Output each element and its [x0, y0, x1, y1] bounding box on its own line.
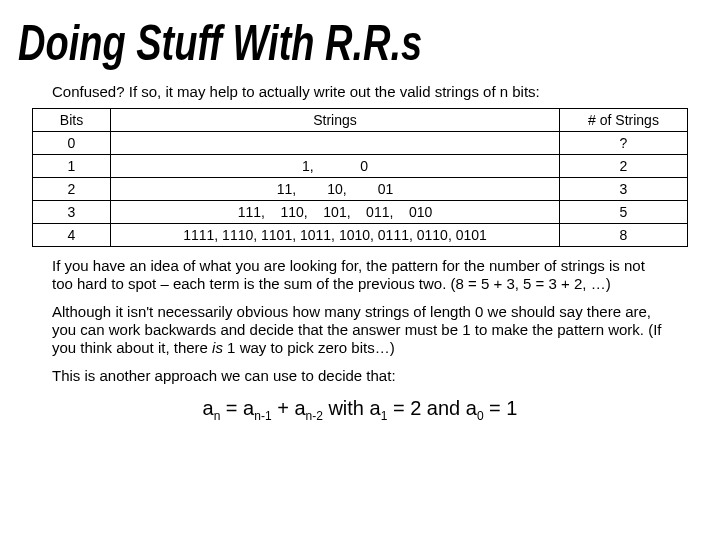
recurrence-formula: an = an-1 + an-2 with a1 = 2 and a0 = 1	[0, 385, 720, 423]
var-a: a	[243, 397, 254, 419]
strings-table: Bits Strings # of Strings 0 ? 1 1, 0 2 2…	[32, 108, 688, 247]
header-bits: Bits	[33, 109, 111, 132]
cell-bits: 1	[33, 155, 111, 178]
table-row: 4 1111, 1110, 1101, 1011, 1010, 0111, 01…	[33, 224, 688, 247]
table-header-row: Bits Strings # of Strings	[33, 109, 688, 132]
cell-count: 8	[560, 224, 688, 247]
cell-count: 3	[560, 178, 688, 201]
para2-italic: is	[212, 339, 223, 356]
table-row: 1 1, 0 2	[33, 155, 688, 178]
eq2: = 2 and	[387, 397, 465, 419]
header-count: # of Strings	[560, 109, 688, 132]
paragraph-2: Although it isn't necessarily obvious ho…	[0, 293, 720, 357]
paragraph-3: This is another approach we can use to d…	[0, 357, 720, 385]
cell-strings	[111, 132, 560, 155]
cell-bits: 4	[33, 224, 111, 247]
para2-text-c: 1 way to pick zero bits…)	[223, 339, 395, 356]
cell-strings: 1, 0	[111, 155, 560, 178]
var-a: a	[370, 397, 381, 419]
var-a: a	[466, 397, 477, 419]
page-title: Doing Stuff With R.R.s	[0, 0, 720, 72]
cell-count: 2	[560, 155, 688, 178]
cell-bits: 3	[33, 201, 111, 224]
with-text: with	[323, 397, 370, 419]
table-row: 0 ?	[33, 132, 688, 155]
eq1: = 1	[484, 397, 518, 419]
sub-0: 0	[477, 409, 484, 423]
table-row: 3 111, 110, 101, 011, 010 5	[33, 201, 688, 224]
cell-strings: 11, 10, 01	[111, 178, 560, 201]
sub-n1: n-1	[254, 409, 271, 423]
cell-count: 5	[560, 201, 688, 224]
table-row: 2 11, 10, 01 3	[33, 178, 688, 201]
var-a: a	[294, 397, 305, 419]
sub-n2: n-2	[306, 409, 323, 423]
cell-count: ?	[560, 132, 688, 155]
var-a: a	[203, 397, 214, 419]
cell-bits: 0	[33, 132, 111, 155]
cell-bits: 2	[33, 178, 111, 201]
eq: =	[220, 397, 243, 419]
paragraph-1: If you have an idea of what you are look…	[0, 247, 720, 293]
cell-strings: 111, 110, 101, 011, 010	[111, 201, 560, 224]
header-strings: Strings	[111, 109, 560, 132]
cell-strings: 1111, 1110, 1101, 1011, 1010, 0111, 0110…	[111, 224, 560, 247]
plus: +	[272, 397, 295, 419]
